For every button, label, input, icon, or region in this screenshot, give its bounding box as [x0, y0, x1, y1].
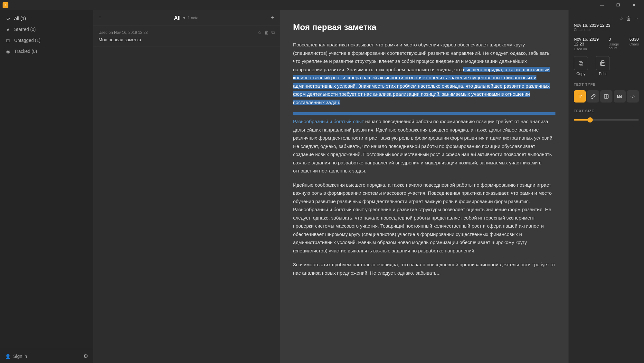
print-label: Print: [599, 72, 607, 76]
print-icon: [596, 56, 610, 70]
text-type-text-button[interactable]: Tr: [574, 90, 586, 103]
document-title: Моя первая заметка: [293, 20, 555, 34]
notes-title-group: All ▾ 1 note: [174, 15, 198, 21]
print-button[interactable]: Print: [596, 56, 610, 76]
created-label: Created on: [574, 28, 639, 32]
sidebar-nav: ∞ All (1) ★ Starred (0) ◻ Untagged (1) ◉…: [0, 10, 93, 349]
chars-group: 6330 Chars: [630, 37, 639, 51]
copy-icon: ⧉: [574, 56, 588, 70]
note-star-button[interactable]: ☆: [258, 30, 262, 35]
document-view: Моя первая заметка Повседневная практика…: [280, 10, 568, 363]
paragraph-3: Идейные соображения высшего порядка, а т…: [293, 181, 555, 255]
slider-thumb[interactable]: [588, 117, 593, 123]
right-panel: ☆ 🗑 → Nov 16, 2019 12:23 Created on Nov …: [568, 10, 644, 363]
text-type-section-label: TEXT TYPE: [574, 83, 639, 86]
user-icon: 👤: [5, 354, 11, 359]
all-icon: ∞: [5, 15, 11, 21]
notes-list-panel: ≡ All ▾ 1 note + Used on Nov 16, 2019 12…: [93, 10, 280, 363]
forward-button[interactable]: →: [634, 15, 639, 22]
text-type-markdown-button[interactable]: Md: [614, 90, 626, 103]
note-date: Used on Nov 16, 2019 12:23: [99, 30, 148, 35]
text-type-code-button[interactable]: </>: [627, 90, 639, 103]
used-date: Nov 16, 2019 12:23: [574, 37, 605, 46]
app-logo: S: [3, 2, 8, 8]
note-name: Моя первая заметка: [99, 37, 275, 42]
selection-bar: [293, 112, 555, 115]
paragraph-1: Повседневная практика показывает, что ра…: [293, 41, 555, 106]
star-icon: ★: [5, 26, 11, 32]
text-size-slider[interactable]: [574, 117, 639, 121]
used-label: Used on: [574, 47, 605, 51]
created-date: Nov 16, 2019 12:23: [574, 23, 639, 28]
text-type-link-button[interactable]: [587, 90, 599, 103]
note-copy-button[interactable]: ⧉: [271, 30, 275, 35]
sidebar-item-all[interactable]: ∞ All (1): [0, 13, 93, 24]
sign-in-label: Sign in: [13, 354, 27, 359]
text-type-options: Tr Md </>: [574, 90, 639, 103]
sidebar-item-label-starred: Starred (0): [14, 27, 36, 32]
titlebar-left: S: [3, 2, 8, 8]
note-meta: Used on Nov 16, 2019 12:23 ☆ 🗑 ⧉: [99, 30, 275, 35]
text-size-section-label: TEXT SIZE: [574, 109, 639, 113]
panel-actions: ⧉ Copy Print: [574, 56, 639, 76]
settings-button[interactable]: ⚙: [83, 353, 88, 359]
text-type-table-button[interactable]: [600, 90, 612, 103]
right-panel-header: Nov 16, 2019 12:23 Created on: [574, 23, 639, 35]
chars-label: Chars: [630, 42, 639, 46]
copy-button[interactable]: ⧉ Copy: [574, 56, 588, 76]
sidebar-item-label-all: All (1): [14, 16, 26, 21]
copy-label: Copy: [576, 72, 585, 76]
notes-title: All: [174, 15, 180, 21]
svg-rect-6: [604, 94, 608, 98]
delete-button[interactable]: 🗑: [626, 15, 631, 22]
maximize-button[interactable]: ❐: [611, 0, 625, 10]
document-content[interactable]: Моя первая заметка Повседневная практика…: [280, 10, 568, 363]
highlighted-text-1: высшего порядка, а также постоянный коли…: [293, 67, 550, 105]
sidebar-item-label-tracked: Tracked (0): [14, 49, 37, 54]
tag-icon: ◻: [5, 37, 11, 43]
sidebar: ∞ All (1) ★ Starred (0) ◻ Untagged (1) ◉…: [0, 10, 93, 363]
main-layout: ∞ All (1) ★ Starred (0) ◻ Untagged (1) ◉…: [0, 10, 644, 363]
sidebar-footer: 👤 Sign in ⚙: [0, 349, 93, 363]
usage-count-group: 0 Usage count: [609, 37, 625, 51]
svg-text:S: S: [5, 4, 6, 7]
svg-point-5: [601, 63, 602, 64]
slider-track: [574, 119, 639, 121]
chevron-down-icon: ▾: [183, 16, 185, 20]
notes-subtitle: 1 note: [188, 16, 198, 20]
titlebar: S — ❐ ✕: [0, 0, 644, 10]
minimize-button[interactable]: —: [594, 0, 609, 10]
right-panel-top-actions: ☆ 🗑 →: [574, 15, 639, 22]
chars-value: 6330: [630, 37, 639, 42]
usage-count-label: Usage count: [609, 42, 625, 50]
usage-count-value: 0: [609, 37, 625, 42]
favorite-button[interactable]: ☆: [619, 15, 623, 22]
sidebar-item-tracked[interactable]: ◉ Tracked (0): [0, 46, 93, 57]
tracked-icon: ◉: [5, 48, 11, 54]
titlebar-controls[interactable]: — ❐ ✕: [594, 0, 641, 10]
note-delete-button[interactable]: 🗑: [264, 30, 269, 35]
meta-row: Nov 16, 2019 12:23 Used on 0 Usage count…: [574, 37, 639, 51]
paragraph-2: Разнообразный и богатый опыт начало повс…: [293, 117, 555, 175]
sidebar-item-untagged[interactable]: ◻ Untagged (1): [0, 35, 93, 46]
used-on-group: Nov 16, 2019 12:23 Used on: [574, 37, 605, 51]
list-item[interactable]: Used on Nov 16, 2019 12:23 ☆ 🗑 ⧉ Моя пер…: [93, 26, 280, 46]
sort-button[interactable]: ≡: [99, 15, 101, 21]
paragraph-4: Значимость этих проблем настолько очевид…: [293, 260, 555, 277]
sidebar-item-label-untagged: Untagged (1): [14, 38, 41, 43]
add-note-button[interactable]: +: [271, 14, 275, 22]
note-actions: ☆ 🗑 ⧉: [258, 30, 275, 35]
sign-in-button[interactable]: 👤 Sign in: [5, 354, 27, 359]
sidebar-item-starred[interactable]: ★ Starred (0): [0, 24, 93, 35]
notes-header: ≡ All ▾ 1 note +: [93, 10, 280, 26]
close-button[interactable]: ✕: [627, 0, 641, 10]
highlighted-text-2: Разнообразный и богатый опыт: [293, 119, 364, 124]
